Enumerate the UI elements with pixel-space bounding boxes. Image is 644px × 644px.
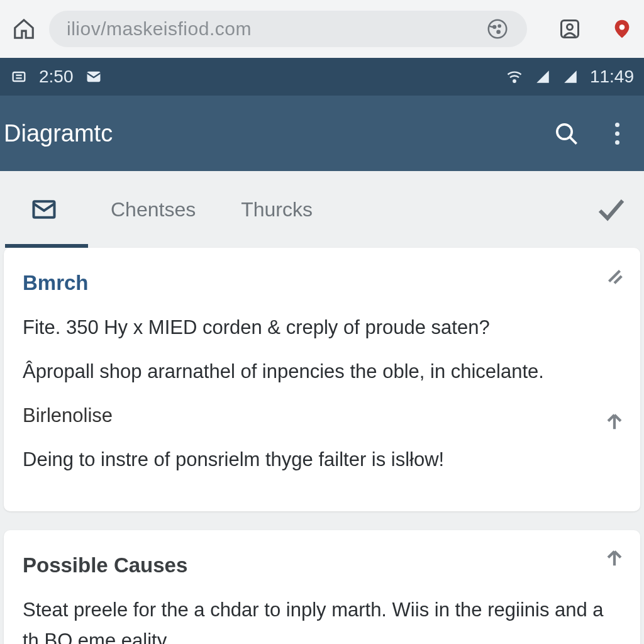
- drag-handle-icon[interactable]: [604, 265, 625, 296]
- svg-point-6: [619, 25, 625, 30]
- check-icon[interactable]: [595, 194, 625, 225]
- svg-line-16: [614, 276, 621, 283]
- svg-point-3: [497, 31, 500, 33]
- tab-label: Thurcks: [241, 198, 313, 221]
- url-text: iliov/maskeisfiod.com: [67, 18, 252, 40]
- collapse-icon[interactable]: [604, 548, 625, 578]
- tab-chentses[interactable]: Chentses: [88, 171, 218, 248]
- browser-chrome: iliov/maskeisfiod.com: [0, 0, 644, 58]
- collapse-icon[interactable]: [604, 411, 625, 441]
- svg-point-5: [567, 25, 573, 30]
- card-text: Âpropall shop ararnathel of inpencies th…: [23, 357, 621, 387]
- status-right-time: 11:49: [590, 67, 634, 87]
- svg-rect-7: [13, 72, 25, 81]
- cookie-icon[interactable]: [486, 17, 509, 41]
- card-title: Bmrch: [23, 267, 621, 299]
- card-text: Birlenolise: [23, 401, 621, 431]
- card-bmrch: Bmrch Fite. 350 Hy x MIED corden & crepl…: [4, 248, 640, 511]
- card-title: Possible Causes: [23, 549, 621, 581]
- signal-icon: [535, 69, 551, 85]
- account-icon[interactable]: [558, 18, 581, 40]
- card-text: Fite. 350 Hy x MIED corden & creply of p…: [23, 313, 621, 343]
- svg-point-2: [499, 25, 501, 27]
- location-pin-icon[interactable]: [611, 18, 633, 40]
- home-icon[interactable]: [11, 16, 36, 42]
- svg-point-12: [557, 125, 572, 139]
- card-text: Deing to instre of ponsrielm thyge failt…: [23, 445, 621, 475]
- tab-mail[interactable]: [0, 171, 88, 248]
- url-bar[interactable]: iliov/maskeisfiod.com: [49, 11, 527, 47]
- page-title: Diagramtc: [4, 120, 113, 147]
- app-bar: Diagramtc: [0, 96, 644, 171]
- status-left-time: 2:50: [39, 67, 74, 87]
- signal-icon-2: [562, 69, 579, 85]
- svg-point-11: [513, 80, 516, 82]
- mail-status-icon: [85, 68, 103, 86]
- wifi-icon: [506, 68, 523, 86]
- tab-row: Chentses Thurcks: [0, 171, 644, 248]
- overflow-menu-icon[interactable]: [608, 123, 626, 145]
- card-text: Steat preele for the a chdar to inply ma…: [23, 595, 621, 644]
- tab-thurcks[interactable]: Thurcks: [218, 171, 335, 248]
- tab-label: Chentses: [111, 198, 196, 221]
- svg-line-13: [570, 138, 577, 144]
- mail-icon: [30, 196, 58, 223]
- svg-point-0: [489, 20, 507, 38]
- search-icon[interactable]: [553, 121, 579, 146]
- status-bar: 2:50 11:49: [0, 58, 644, 96]
- battery-icon: [10, 68, 28, 86]
- card-possible-causes: Possible Causes Steat preele for the a c…: [4, 530, 640, 644]
